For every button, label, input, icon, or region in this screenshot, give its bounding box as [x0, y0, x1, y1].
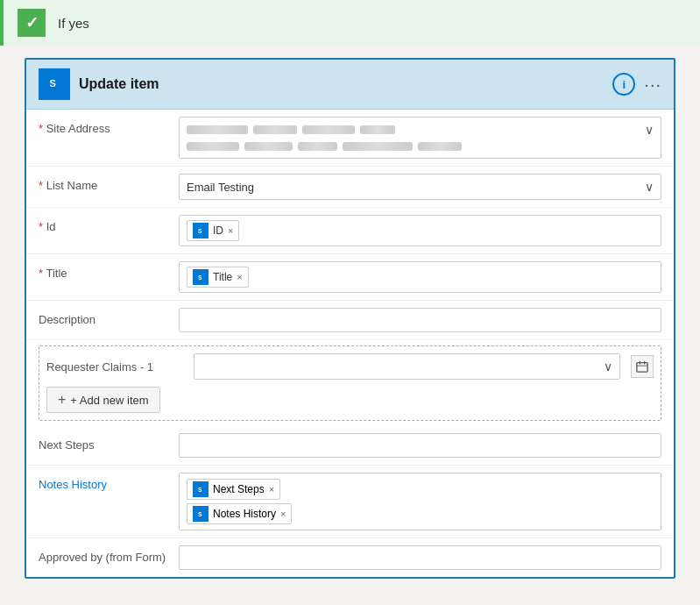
id-tag-remove[interactable]: × — [228, 225, 233, 236]
more-options-button[interactable]: ··· — [644, 75, 661, 95]
site-address-label: Site Address — [39, 117, 179, 135]
site-blur-8 — [343, 142, 413, 151]
description-label: Description — [39, 308, 179, 326]
site-address-box[interactable]: ∨ — [179, 117, 661, 159]
title-tag-text: Title — [213, 271, 232, 283]
description-row: Description — [26, 301, 674, 340]
id-tag: S ID × — [187, 220, 239, 241]
notes-history-input[interactable]: S Next Steps × S — [179, 473, 661, 530]
notes-history-tag2: S Notes History × — [187, 503, 292, 524]
notes-history-tag2-remove[interactable]: × — [280, 509, 286, 519]
title-label: Title — [39, 261, 179, 280]
site-blur-2 — [253, 125, 297, 134]
site-address-chevron: ∨ — [645, 123, 654, 137]
id-row: Id S ID × — [26, 208, 674, 254]
requester-claims-chevron: ∨ — [604, 359, 612, 374]
requester-claims-label: Requester Claims - 1 — [46, 360, 187, 374]
approved-by-row: Approved by (from Form) — [26, 538, 674, 577]
card-body: Site Address ∨ — [26, 110, 674, 577]
title-value: S Title × — [179, 261, 661, 293]
site-address-row: Site Address ∨ — [26, 110, 674, 167]
title-input[interactable]: S Title × — [179, 261, 661, 293]
next-steps-input[interactable] — [179, 433, 661, 458]
update-item-card: S Update item i ··· Site Address — [25, 58, 675, 579]
next-steps-label: Next Steps — [39, 433, 179, 452]
svg-text:S: S — [198, 228, 202, 234]
if-yes-label: If yes — [58, 16, 89, 31]
approved-by-label: Approved by (from Form) — [39, 545, 179, 564]
title-tag: S Title × — [187, 267, 249, 288]
requester-claims-row: Requester Claims - 1 ∨ — [46, 353, 654, 380]
card-title: Update item — [79, 76, 612, 92]
title-tag-remove[interactable]: × — [237, 272, 242, 282]
site-blur-9 — [418, 142, 462, 151]
list-name-label: List Name — [39, 174, 179, 192]
next-steps-value — [179, 433, 661, 458]
notes-history-label: Notes History — [39, 473, 179, 491]
add-item-container: + + Add new item — [46, 387, 654, 413]
site-blur-3 — [302, 125, 355, 134]
id-label: Id — [39, 215, 179, 233]
list-name-chevron: ∨ — [645, 180, 654, 194]
svg-text:S: S — [50, 78, 56, 89]
site-blur-4 — [360, 125, 395, 134]
notes-history-tag2-text: Notes History — [213, 508, 276, 520]
approved-by-value — [179, 545, 661, 570]
description-value — [179, 308, 661, 332]
add-item-label: + Add new item — [70, 394, 148, 407]
add-new-item-button[interactable]: + + Add new item — [46, 387, 160, 413]
notes-history-row: Notes History S Next Steps × — [26, 466, 674, 538]
notes-history-tag1-row: S Next Steps × — [187, 479, 654, 500]
next-steps-row: Next Steps — [26, 426, 674, 466]
check-icon: ✓ — [18, 9, 46, 37]
requester-claims-section: Requester Claims - 1 ∨ + + — [39, 345, 661, 421]
notes-history-tag1-icon: S — [193, 481, 209, 497]
description-input[interactable] — [179, 308, 661, 332]
list-name-row: List Name Email Testing ∨ — [26, 167, 674, 208]
site-blur-6 — [244, 142, 293, 151]
id-input[interactable]: S ID × — [179, 215, 661, 246]
notes-history-tag2-icon: S — [193, 506, 209, 522]
card-header: S Update item i ··· — [26, 60, 674, 110]
notes-history-tag1: S Next Steps × — [187, 479, 280, 500]
list-name-select[interactable]: Email Testing ∨ — [179, 174, 661, 200]
title-tag-icon: S — [193, 269, 209, 285]
id-value: S ID × — [179, 215, 661, 246]
title-row: Title S Title × — [26, 254, 674, 301]
site-blur-7 — [298, 142, 337, 151]
svg-text:S: S — [198, 274, 202, 281]
id-tag-text: ID — [213, 224, 223, 237]
list-name-value: Email Testing ∨ — [179, 174, 661, 200]
notes-history-tag2-row: S Notes History × — [187, 503, 654, 524]
sharepoint-icon: S — [39, 68, 70, 100]
notes-history-tag1-text: Next Steps — [213, 483, 265, 495]
site-blur-1 — [187, 125, 248, 134]
site-blur-5 — [187, 142, 239, 151]
info-button[interactable]: i — [612, 73, 635, 96]
plus-icon: + — [58, 392, 66, 408]
svg-rect-6 — [637, 363, 647, 373]
if-yes-bar: ✓ If yes — [0, 0, 700, 46]
header-actions: i ··· — [612, 73, 661, 96]
approved-by-input[interactable] — [179, 545, 661, 570]
svg-text:S: S — [198, 511, 202, 517]
id-tag-icon: S — [193, 223, 209, 238]
svg-text:S: S — [198, 487, 202, 493]
requester-claims-select[interactable]: ∨ — [194, 353, 620, 380]
calendar-icon[interactable] — [631, 355, 654, 378]
site-address-value: ∨ — [179, 117, 661, 159]
notes-history-tag1-remove[interactable]: × — [269, 484, 274, 495]
list-name-text: Email Testing — [187, 181, 254, 194]
notes-history-value-container: S Next Steps × S — [179, 473, 661, 530]
